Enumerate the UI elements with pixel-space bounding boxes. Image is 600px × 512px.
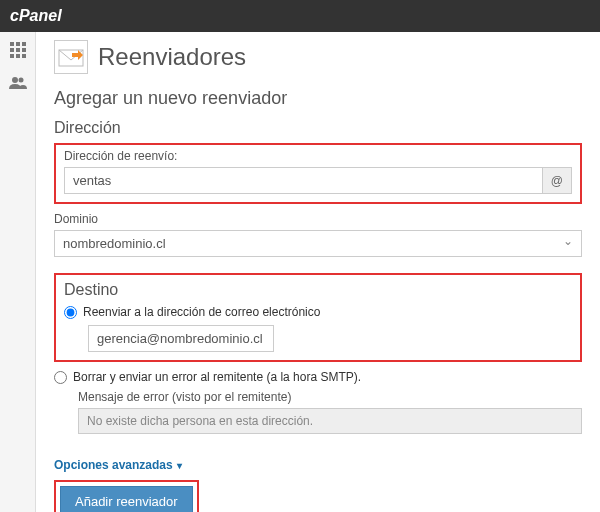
svg-point-10 (18, 78, 23, 83)
svg-rect-2 (22, 42, 26, 46)
advanced-options-link[interactable]: Opciones avanzadas ▾ (54, 458, 182, 472)
svg-rect-0 (10, 42, 14, 46)
forward-address-label: Dirección de reenvío: (64, 149, 572, 163)
svg-rect-8 (22, 54, 26, 58)
domain-select[interactable]: nombredominio.cl (54, 230, 582, 257)
domain-label: Dominio (54, 212, 582, 226)
svg-rect-5 (22, 48, 26, 52)
forward-email-input[interactable] (88, 325, 274, 352)
sidebar (0, 32, 36, 512)
svg-rect-4 (16, 48, 20, 52)
advanced-options-label: Opciones avanzadas (54, 458, 173, 472)
topbar: cPanel (0, 0, 600, 32)
at-addon: @ (543, 167, 572, 194)
caret-down-icon: ▾ (177, 460, 182, 471)
svg-rect-7 (16, 54, 20, 58)
domain-select-value: nombredominio.cl (63, 236, 166, 251)
page-subtitle: Agregar un nuevo reenviador (54, 88, 582, 109)
page-title: Reenviadores (98, 43, 246, 71)
discard-radio[interactable] (54, 371, 67, 384)
forwarders-icon (54, 40, 88, 74)
svg-rect-6 (10, 54, 14, 58)
destination-block: Destino Reenviar a la dirección de corre… (54, 273, 582, 362)
users-icon[interactable] (9, 76, 27, 94)
discard-radio-label: Borrar y enviar un error al remitente (a… (73, 370, 361, 384)
brand-logo: cPanel (10, 7, 62, 25)
forward-radio[interactable] (64, 306, 77, 319)
main-content: Reenviadores Agregar un nuevo reenviador… (36, 32, 600, 512)
destination-section-title: Destino (64, 281, 572, 299)
svg-rect-3 (10, 48, 14, 52)
error-msg-label: Mensaje de error (visto por el remitente… (78, 390, 582, 404)
apps-icon[interactable] (10, 42, 26, 62)
address-block: Dirección de reenvío: @ (54, 143, 582, 204)
error-msg-input[interactable]: No existe dicha persona en esta direcció… (78, 408, 582, 434)
address-section-title: Dirección (54, 119, 582, 137)
forward-address-input[interactable] (64, 167, 543, 194)
svg-rect-1 (16, 42, 20, 46)
add-forwarder-button[interactable]: Añadir reenviador (60, 486, 193, 512)
forward-radio-label: Reenviar a la dirección de correo electr… (83, 305, 320, 319)
submit-annotation: Añadir reenviador (54, 480, 199, 512)
svg-point-9 (12, 77, 18, 83)
